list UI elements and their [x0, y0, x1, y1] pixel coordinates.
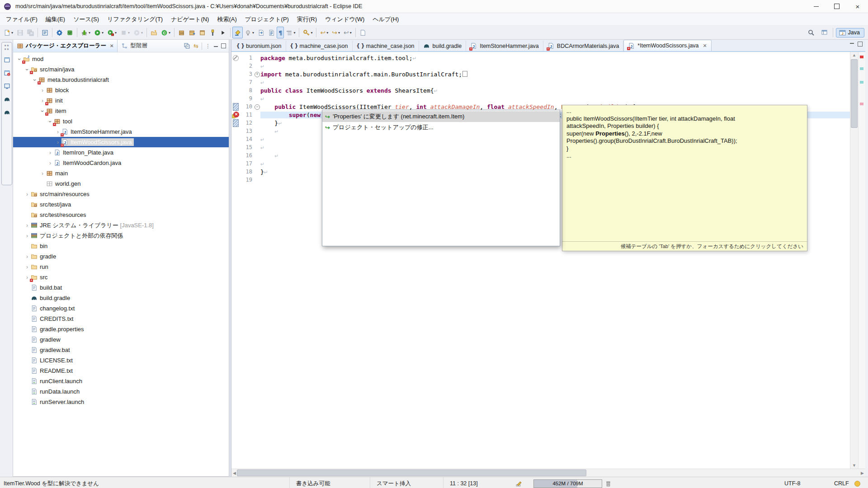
rail-problems-view-button[interactable]: x	[2, 68, 11, 77]
close-tab-icon[interactable]: ✕	[703, 43, 707, 49]
expander-icon[interactable]: ›	[24, 66, 30, 73]
tree-item-src-test-resources[interactable]: src/test/resources	[13, 210, 229, 220]
toolbar-doc-lines-button[interactable]	[266, 27, 277, 38]
toolbar-profile-button[interactable]: ▾	[132, 27, 145, 38]
toolbar-next-annotation-button[interactable]	[218, 27, 228, 38]
tree-item-gradlew[interactable]: gradlew	[13, 334, 229, 345]
error-marker-icon[interactable]: ✕	[232, 112, 239, 118]
tooltip-footer-hint[interactable]: 候補テーブルの 'Tab' を押すか、フォーカスするためにクリックしてください	[562, 241, 807, 251]
tree-item-itemstonehammer-java[interactable]: ›J×ItemStoneHammer.java	[13, 127, 229, 137]
expander-icon[interactable]: ›	[39, 108, 46, 115]
vertical-scrollbar[interactable]: ▲ ▼	[850, 52, 858, 469]
tree-item-mod[interactable]: ›J×mod	[13, 54, 229, 64]
maximize-button[interactable]	[826, 0, 847, 13]
toolbar-save-button[interactable]	[15, 27, 25, 38]
fold-toggle-icon[interactable]: +	[255, 72, 260, 77]
toolbar-back-button[interactable]: ↩▾	[318, 27, 330, 38]
open-perspective-button[interactable]	[819, 27, 830, 38]
tree-item-build-gradle[interactable]: build.gradle	[13, 293, 229, 303]
expander-icon[interactable]: ›	[16, 56, 23, 63]
editor-tab-build-gradle[interactable]: build.gradle	[419, 41, 467, 51]
rail-gradle-executions-view-button[interactable]	[2, 108, 11, 117]
toolbar-gear-button[interactable]	[54, 27, 65, 38]
tree-item-gradlew-bat[interactable]: gradlew.bat	[13, 345, 229, 355]
close-view-icon[interactable]: ✕	[110, 43, 113, 48]
link-with-editor-icon[interactable]: ⇆	[193, 43, 198, 49]
minimize-view-icon[interactable]	[214, 45, 218, 47]
tree-item-src[interactable]: ›×src	[13, 272, 229, 282]
expander-icon[interactable]: ›	[47, 160, 54, 166]
expander-icon[interactable]: ›	[24, 222, 31, 229]
tree-item-credits-txt[interactable]: CREDITS.txt	[13, 314, 229, 324]
scroll-left-icon[interactable]: ◀	[233, 470, 236, 476]
horizontal-scroll-thumb[interactable]	[237, 469, 586, 476]
tree-item-runclient-launch[interactable]: runClient.launch	[13, 376, 229, 386]
menu-a[interactable]: 検索(A)	[213, 14, 241, 25]
fold-toggle-icon[interactable]: −	[255, 104, 260, 110]
tree-item-jre[interactable]: ›JRE システム・ライブラリー [JavaSE-1.8]	[13, 220, 229, 230]
expander-icon[interactable]: ›	[39, 170, 46, 177]
view-menu-icon[interactable]: ⋮	[205, 43, 211, 49]
tree-item-readme-txt[interactable]: README.txt	[13, 366, 229, 376]
toolbar-doc-arrow-button[interactable]	[256, 27, 266, 38]
expander-icon[interactable]: ›	[24, 264, 31, 270]
overview-occurrence-marker[interactable]	[860, 67, 863, 70]
menu-e[interactable]: 編集(E)	[42, 14, 69, 25]
notification-dot[interactable]	[854, 477, 860, 488]
minimize-button[interactable]	[806, 0, 826, 13]
toolbar-linked-file-button[interactable]	[358, 27, 368, 38]
rail-gradle-tasks-view-button[interactable]	[2, 94, 11, 103]
tree-item-item[interactable]: ›×item	[13, 106, 229, 116]
toolbar-jar-open-button[interactable]	[197, 27, 208, 38]
code-line-1[interactable]: 1package meta.burodustinrialcraft.item.t…	[231, 54, 850, 62]
toolbar-new-wizard-button[interactable]: ▾	[2, 27, 15, 38]
toolbar-save-all-button[interactable]	[25, 27, 36, 38]
code-line-3[interactable]: 3+import meta.burodustinrialcraft.main.B…	[231, 70, 850, 78]
editor-tab-machine-case-json[interactable]: { }machine_case.json	[353, 41, 419, 51]
toolbar-last-edit-button[interactable]: ↩▾	[342, 27, 354, 38]
overview-error-marker[interactable]	[860, 56, 863, 58]
tree-item-tool[interactable]: ›×tool	[13, 116, 229, 127]
tree-item-world-gen[interactable]: world.gen	[13, 178, 229, 189]
tree-item-item[interactable]: ›プロジェクトと外部の依存関係	[13, 230, 229, 241]
toolbar-run-external-button[interactable]: ▾	[105, 27, 118, 38]
quickfix-item-properties-net-minecraft-item-[interactable]: ↪'Properties' に変更します (net.minecraft.item…	[322, 111, 560, 122]
tree-item-license-txt[interactable]: LICENSE.txt	[13, 355, 229, 366]
overview-warning-marker[interactable]	[860, 103, 863, 105]
tree-item-init[interactable]: ›×init	[13, 95, 229, 106]
tree-item-itemiron-plate-java[interactable]: ›JItemIron_Plate.java	[13, 147, 229, 158]
editor-tab-machine-case-json[interactable]: { }machine_case.json	[286, 41, 353, 51]
tree-item-src-test-java[interactable]: src/test/java	[13, 199, 229, 210]
expander-icon[interactable]: ›	[39, 87, 46, 94]
menu-s[interactable]: ソース(S)	[69, 14, 103, 25]
expander-icon[interactable]: ›	[47, 118, 53, 125]
menu-p[interactable]: プロジェクト(P)	[241, 14, 293, 25]
tree-item-bin[interactable]: bin	[13, 241, 229, 251]
toolbar-whitespace-button[interactable]: ¶	[277, 27, 284, 38]
tree-item-itemwoodscissors-java[interactable]: ›J×ItemWoodScissors.java	[13, 137, 229, 147]
toolbar-mark-occurrences-button[interactable]	[232, 27, 243, 38]
tree-item-meta-burodustinrialcraft[interactable]: ›×meta.burodustinrialcraft	[13, 75, 229, 85]
toolbar-new-class-button[interactable]: C▾	[159, 27, 172, 38]
overview-occurrence-marker[interactable]	[860, 81, 863, 84]
toolbar-segments-button[interactable]: ▾	[284, 27, 297, 38]
expander-icon[interactable]: ›	[24, 191, 31, 197]
scroll-up-icon[interactable]: ▲	[852, 52, 856, 58]
editor-tab-itemwoodscissors-java[interactable]: J×*ItemWoodScissors.java✕	[623, 40, 711, 51]
toolbar-debug-button[interactable]: ▾	[79, 27, 92, 38]
tree-item-main[interactable]: ›main	[13, 168, 229, 178]
code-line-9[interactable]: 9↵	[231, 94, 850, 103]
rail-restore-view-button[interactable]	[2, 55, 11, 64]
rail-console-view-button[interactable]	[2, 81, 11, 90]
tree-item-gradle[interactable]: ›gradle	[13, 251, 229, 262]
java-perspective-button[interactable]: J Java	[836, 28, 864, 38]
horizontal-scrollbar[interactable]: ◀ ▶	[231, 469, 865, 477]
toolbar-jar-button[interactable]: JAR	[176, 27, 187, 38]
menu-w[interactable]: ウィンドウ(W)	[321, 14, 368, 25]
tree-item-src-main-resources[interactable]: ›src/main/resources	[13, 189, 229, 199]
tree-item-build-bat[interactable]: build.bat	[13, 282, 229, 293]
close-button[interactable]: ×	[847, 0, 868, 13]
tab-package-explorer[interactable]: パッケージ・エクスプローラー ✕	[13, 40, 118, 52]
code-line-8[interactable]: 8public class ItemWoodScissors extends S…	[231, 86, 850, 94]
maximize-editor-icon[interactable]	[858, 42, 863, 47]
